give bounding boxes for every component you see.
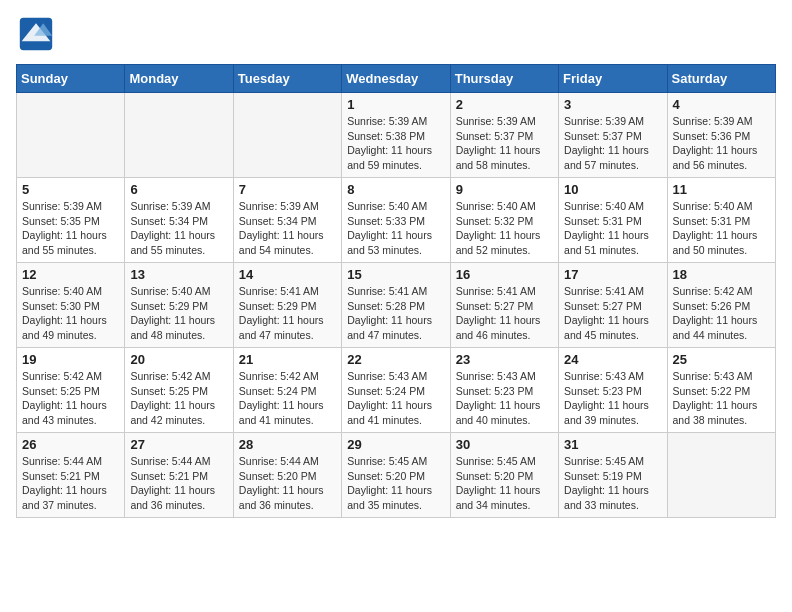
- day-info: Sunrise: 5:43 AMSunset: 5:24 PMDaylight:…: [347, 369, 444, 428]
- day-info: Sunrise: 5:39 AMSunset: 5:37 PMDaylight:…: [456, 114, 553, 173]
- logo: [16, 16, 58, 56]
- calendar-cell: 8Sunrise: 5:40 AMSunset: 5:33 PMDaylight…: [342, 178, 450, 263]
- calendar-cell: 10Sunrise: 5:40 AMSunset: 5:31 PMDayligh…: [559, 178, 667, 263]
- calendar-cell: 27Sunrise: 5:44 AMSunset: 5:21 PMDayligh…: [125, 433, 233, 518]
- calendar-cell: 18Sunrise: 5:42 AMSunset: 5:26 PMDayligh…: [667, 263, 775, 348]
- day-number: 11: [673, 182, 770, 197]
- day-number: 20: [130, 352, 227, 367]
- calendar-table: SundayMondayTuesdayWednesdayThursdayFrid…: [16, 64, 776, 518]
- page-header: [16, 16, 776, 56]
- calendar-cell: 26Sunrise: 5:44 AMSunset: 5:21 PMDayligh…: [17, 433, 125, 518]
- day-number: 7: [239, 182, 336, 197]
- day-number: 28: [239, 437, 336, 452]
- day-info: Sunrise: 5:43 AMSunset: 5:23 PMDaylight:…: [564, 369, 661, 428]
- calendar-cell: 23Sunrise: 5:43 AMSunset: 5:23 PMDayligh…: [450, 348, 558, 433]
- day-number: 3: [564, 97, 661, 112]
- day-number: 18: [673, 267, 770, 282]
- weekday-header: Wednesday: [342, 65, 450, 93]
- weekday-header: Tuesday: [233, 65, 341, 93]
- day-number: 1: [347, 97, 444, 112]
- calendar-cell: 25Sunrise: 5:43 AMSunset: 5:22 PMDayligh…: [667, 348, 775, 433]
- weekday-header: Friday: [559, 65, 667, 93]
- day-number: 13: [130, 267, 227, 282]
- calendar-cell: 5Sunrise: 5:39 AMSunset: 5:35 PMDaylight…: [17, 178, 125, 263]
- day-info: Sunrise: 5:39 AMSunset: 5:36 PMDaylight:…: [673, 114, 770, 173]
- calendar-cell: 19Sunrise: 5:42 AMSunset: 5:25 PMDayligh…: [17, 348, 125, 433]
- calendar-cell: 22Sunrise: 5:43 AMSunset: 5:24 PMDayligh…: [342, 348, 450, 433]
- calendar-cell: 11Sunrise: 5:40 AMSunset: 5:31 PMDayligh…: [667, 178, 775, 263]
- day-info: Sunrise: 5:45 AMSunset: 5:20 PMDaylight:…: [347, 454, 444, 513]
- day-info: Sunrise: 5:41 AMSunset: 5:27 PMDaylight:…: [564, 284, 661, 343]
- day-info: Sunrise: 5:39 AMSunset: 5:38 PMDaylight:…: [347, 114, 444, 173]
- calendar-cell: 13Sunrise: 5:40 AMSunset: 5:29 PMDayligh…: [125, 263, 233, 348]
- calendar-cell: 6Sunrise: 5:39 AMSunset: 5:34 PMDaylight…: [125, 178, 233, 263]
- day-info: Sunrise: 5:39 AMSunset: 5:35 PMDaylight:…: [22, 199, 119, 258]
- calendar-cell: 15Sunrise: 5:41 AMSunset: 5:28 PMDayligh…: [342, 263, 450, 348]
- day-info: Sunrise: 5:39 AMSunset: 5:34 PMDaylight:…: [130, 199, 227, 258]
- calendar-header: SundayMondayTuesdayWednesdayThursdayFrid…: [17, 65, 776, 93]
- weekday-header: Thursday: [450, 65, 558, 93]
- day-number: 17: [564, 267, 661, 282]
- day-info: Sunrise: 5:43 AMSunset: 5:22 PMDaylight:…: [673, 369, 770, 428]
- day-number: 29: [347, 437, 444, 452]
- calendar-week-row: 26Sunrise: 5:44 AMSunset: 5:21 PMDayligh…: [17, 433, 776, 518]
- day-info: Sunrise: 5:40 AMSunset: 5:30 PMDaylight:…: [22, 284, 119, 343]
- day-number: 30: [456, 437, 553, 452]
- calendar-cell: 12Sunrise: 5:40 AMSunset: 5:30 PMDayligh…: [17, 263, 125, 348]
- calendar-cell: 30Sunrise: 5:45 AMSunset: 5:20 PMDayligh…: [450, 433, 558, 518]
- calendar-cell: 3Sunrise: 5:39 AMSunset: 5:37 PMDaylight…: [559, 93, 667, 178]
- day-info: Sunrise: 5:45 AMSunset: 5:20 PMDaylight:…: [456, 454, 553, 513]
- day-number: 15: [347, 267, 444, 282]
- day-number: 5: [22, 182, 119, 197]
- calendar-cell: 29Sunrise: 5:45 AMSunset: 5:20 PMDayligh…: [342, 433, 450, 518]
- calendar-week-row: 5Sunrise: 5:39 AMSunset: 5:35 PMDaylight…: [17, 178, 776, 263]
- day-number: 9: [456, 182, 553, 197]
- day-info: Sunrise: 5:44 AMSunset: 5:21 PMDaylight:…: [22, 454, 119, 513]
- calendar-week-row: 19Sunrise: 5:42 AMSunset: 5:25 PMDayligh…: [17, 348, 776, 433]
- day-info: Sunrise: 5:41 AMSunset: 5:29 PMDaylight:…: [239, 284, 336, 343]
- day-info: Sunrise: 5:44 AMSunset: 5:20 PMDaylight:…: [239, 454, 336, 513]
- day-number: 23: [456, 352, 553, 367]
- calendar-cell: 20Sunrise: 5:42 AMSunset: 5:25 PMDayligh…: [125, 348, 233, 433]
- calendar-week-row: 12Sunrise: 5:40 AMSunset: 5:30 PMDayligh…: [17, 263, 776, 348]
- day-number: 10: [564, 182, 661, 197]
- day-info: Sunrise: 5:41 AMSunset: 5:28 PMDaylight:…: [347, 284, 444, 343]
- day-info: Sunrise: 5:41 AMSunset: 5:27 PMDaylight:…: [456, 284, 553, 343]
- day-info: Sunrise: 5:40 AMSunset: 5:31 PMDaylight:…: [564, 199, 661, 258]
- calendar-cell: [233, 93, 341, 178]
- calendar-cell: 24Sunrise: 5:43 AMSunset: 5:23 PMDayligh…: [559, 348, 667, 433]
- calendar-cell: 2Sunrise: 5:39 AMSunset: 5:37 PMDaylight…: [450, 93, 558, 178]
- calendar-week-row: 1Sunrise: 5:39 AMSunset: 5:38 PMDaylight…: [17, 93, 776, 178]
- calendar-cell: 7Sunrise: 5:39 AMSunset: 5:34 PMDaylight…: [233, 178, 341, 263]
- day-info: Sunrise: 5:40 AMSunset: 5:33 PMDaylight:…: [347, 199, 444, 258]
- day-info: Sunrise: 5:42 AMSunset: 5:25 PMDaylight:…: [130, 369, 227, 428]
- day-number: 12: [22, 267, 119, 282]
- calendar-cell: [17, 93, 125, 178]
- day-number: 2: [456, 97, 553, 112]
- calendar-cell: [667, 433, 775, 518]
- day-number: 22: [347, 352, 444, 367]
- day-info: Sunrise: 5:43 AMSunset: 5:23 PMDaylight:…: [456, 369, 553, 428]
- day-info: Sunrise: 5:39 AMSunset: 5:37 PMDaylight:…: [564, 114, 661, 173]
- day-info: Sunrise: 5:40 AMSunset: 5:29 PMDaylight:…: [130, 284, 227, 343]
- calendar-cell: [125, 93, 233, 178]
- day-number: 19: [22, 352, 119, 367]
- day-number: 16: [456, 267, 553, 282]
- calendar-cell: 9Sunrise: 5:40 AMSunset: 5:32 PMDaylight…: [450, 178, 558, 263]
- weekday-header: Saturday: [667, 65, 775, 93]
- day-number: 14: [239, 267, 336, 282]
- day-number: 4: [673, 97, 770, 112]
- day-info: Sunrise: 5:40 AMSunset: 5:32 PMDaylight:…: [456, 199, 553, 258]
- day-number: 25: [673, 352, 770, 367]
- day-number: 24: [564, 352, 661, 367]
- day-info: Sunrise: 5:45 AMSunset: 5:19 PMDaylight:…: [564, 454, 661, 513]
- day-info: Sunrise: 5:42 AMSunset: 5:25 PMDaylight:…: [22, 369, 119, 428]
- day-info: Sunrise: 5:44 AMSunset: 5:21 PMDaylight:…: [130, 454, 227, 513]
- day-info: Sunrise: 5:40 AMSunset: 5:31 PMDaylight:…: [673, 199, 770, 258]
- logo-icon: [18, 16, 54, 52]
- calendar-cell: 28Sunrise: 5:44 AMSunset: 5:20 PMDayligh…: [233, 433, 341, 518]
- calendar-cell: 16Sunrise: 5:41 AMSunset: 5:27 PMDayligh…: [450, 263, 558, 348]
- calendar-cell: 4Sunrise: 5:39 AMSunset: 5:36 PMDaylight…: [667, 93, 775, 178]
- day-number: 21: [239, 352, 336, 367]
- calendar-cell: 31Sunrise: 5:45 AMSunset: 5:19 PMDayligh…: [559, 433, 667, 518]
